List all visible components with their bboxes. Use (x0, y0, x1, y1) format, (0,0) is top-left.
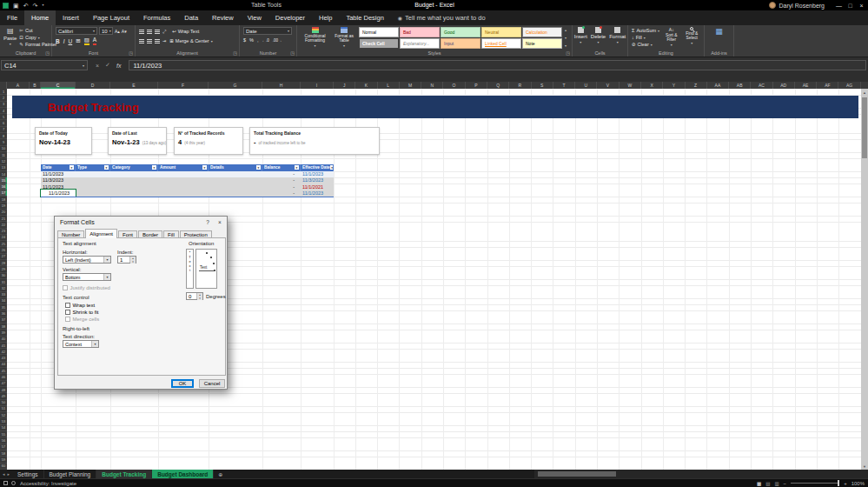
filter-icon[interactable]: ▾ (256, 165, 261, 170)
cell-balance[interactable]: - (262, 177, 301, 183)
increase-decimal-icon[interactable]: ←.0 (262, 38, 268, 43)
column-header-d[interactable]: D (76, 82, 110, 89)
underline-button[interactable]: U (69, 38, 73, 44)
row-header-29[interactable]: 29 (0, 266, 7, 272)
enter-entry-icon[interactable]: ✓ (105, 62, 110, 69)
user-account[interactable]: Daryl Rosenberg (769, 1, 825, 10)
column-header-ad[interactable]: AD (773, 82, 795, 89)
sheet-tab-budget-planning[interactable]: Budget Planning (44, 470, 97, 478)
column-header-u[interactable]: U (575, 82, 597, 89)
indent-icon[interactable]: ⇥ (162, 38, 166, 43)
row-header-1[interactable]: 1 (0, 89, 7, 95)
column-header-a[interactable]: A (7, 82, 30, 89)
cell-middle[interactable] (76, 171, 262, 177)
cancel-button[interactable]: Cancel (199, 379, 225, 388)
row-header-41[interactable]: 41 (0, 343, 7, 349)
ribbon-tab-home[interactable]: Home (24, 10, 56, 25)
percent-icon[interactable]: % (249, 37, 254, 43)
row-header-4[interactable]: 4 (0, 108, 7, 114)
column-header-g[interactable]: G (209, 82, 262, 89)
cell-effective-date[interactable]: 11/1/2021 (301, 183, 334, 190)
find-select-button[interactable]: Find & Select ▾ (684, 27, 700, 48)
cancel-entry-icon[interactable]: × (96, 63, 99, 69)
grow-font-icon[interactable]: A▴ (115, 29, 120, 34)
row-header-27[interactable]: 27 (0, 254, 7, 260)
minimize-button[interactable]: — (833, 0, 845, 10)
align-left-icon[interactable] (139, 39, 144, 43)
row-header-50[interactable]: 50 (0, 400, 7, 406)
column-header-q[interactable]: Q (487, 82, 509, 89)
table-row-4[interactable]: 11/1/2023-11/1/2023 (41, 190, 334, 196)
row-header-23[interactable]: 23 (0, 229, 7, 235)
sheet-tab-settings[interactable]: Settings (12, 470, 44, 478)
degrees-spinner[interactable]: 0 ▴▾ (186, 292, 203, 300)
cell-date[interactable]: 11/3/2023 (41, 177, 76, 183)
decrease-decimal-icon[interactable]: .00→ (273, 38, 282, 43)
row-header-57[interactable]: 57 (0, 444, 7, 450)
orientation-control[interactable]: • Text Text (186, 249, 217, 289)
column-header-x[interactable]: X (641, 82, 663, 89)
column-header-f[interactable]: F (158, 82, 209, 89)
formula-input[interactable]: 11/1/2023 (129, 60, 866, 70)
row-header-52[interactable]: 52 (0, 412, 7, 418)
row-header-54[interactable]: 54 (0, 425, 7, 431)
row-header-10[interactable]: 10 (0, 146, 7, 152)
ribbon-tab-data[interactable]: Data (177, 10, 205, 25)
filter-icon[interactable]: ▾ (295, 165, 299, 170)
font-dialog-launcher[interactable]: ◳ (129, 50, 133, 56)
name-box[interactable]: C14 ▾ (1, 60, 88, 70)
align-middle-icon[interactable] (147, 30, 152, 34)
save-icon[interactable]: ▣ (13, 3, 19, 9)
row-header-11[interactable]: 11 (0, 152, 7, 158)
clipboard-dialog-launcher[interactable]: ◳ (45, 50, 50, 56)
column-header-z[interactable]: Z (686, 82, 707, 89)
row-header-36[interactable]: 36 (0, 310, 7, 317)
cell-middle[interactable] (76, 183, 262, 190)
row-header-47[interactable]: 47 (0, 381, 7, 387)
column-header-ab[interactable]: AB (729, 82, 751, 89)
accessibility-status[interactable]: Accessibility: Investigate (20, 481, 76, 486)
column-header-t[interactable]: T (553, 82, 575, 89)
column-header-ae[interactable]: AE (795, 82, 817, 89)
row-header-5[interactable]: 5 (0, 114, 7, 120)
column-header-p[interactable]: P (466, 82, 487, 89)
table-header-balance[interactable]: Balance▾ (262, 164, 301, 171)
orientation-vertical-strip[interactable]: • Text (186, 249, 194, 289)
column-header-b[interactable]: B (30, 82, 41, 89)
filter-icon[interactable]: ▾ (70, 165, 74, 170)
column-header-y[interactable]: Y (663, 82, 685, 89)
column-header-o[interactable]: O (443, 82, 465, 89)
filter-icon[interactable]: ▾ (330, 165, 334, 170)
row-header-34[interactable]: 34 (0, 298, 7, 304)
delete-cells-button[interactable]: Delete ▾ (591, 27, 606, 44)
page-layout-view-icon[interactable]: ▤ (765, 481, 770, 486)
ribbon-tab-review[interactable]: Review (205, 10, 241, 25)
scroll-up-icon[interactable]: ▲ (861, 89, 868, 96)
row-header-22[interactable]: 22 (0, 222, 7, 228)
cell-balance[interactable]: - (262, 183, 301, 190)
cut-button[interactable]: ✂ Cut (19, 27, 56, 34)
column-header-c[interactable]: C (41, 82, 76, 89)
cell-date[interactable]: 11/1/2023 (41, 183, 76, 190)
row-header-56[interactable]: 56 (0, 437, 7, 444)
row-header-8[interactable]: 8 (0, 133, 7, 139)
dialog-help-button[interactable]: ? (202, 217, 214, 227)
zoom-level[interactable]: 100% (851, 481, 865, 486)
indent-spinner[interactable]: 1 ▴▾ (117, 256, 136, 264)
column-header-ag[interactable]: AG (838, 82, 860, 89)
table-header-details[interactable]: Details▾ (209, 164, 262, 171)
vertical-scrollbar[interactable]: ▲ ▼ (861, 89, 868, 470)
comma-icon[interactable]: , (257, 37, 259, 43)
italic-button[interactable]: I (63, 38, 65, 44)
style-swatch-explanatory[interactable]: Explanatory... (400, 38, 440, 49)
cell-effective-date[interactable]: 11/1/2023 (301, 171, 334, 177)
column-header-m[interactable]: M (400, 82, 421, 89)
row-header-48[interactable]: 48 (0, 387, 7, 393)
filter-icon[interactable]: ▾ (202, 165, 207, 170)
addins-button[interactable]: ▦ (708, 27, 730, 36)
style-swatch-normal[interactable]: Normal (359, 27, 399, 37)
row-header-43[interactable]: 43 (0, 355, 7, 361)
table-row-1[interactable]: 11/1/2023-11/1/2023 (41, 171, 334, 177)
ribbon-tab-table-design[interactable]: Table Design (339, 10, 390, 25)
row-header-38[interactable]: 38 (0, 324, 7, 330)
